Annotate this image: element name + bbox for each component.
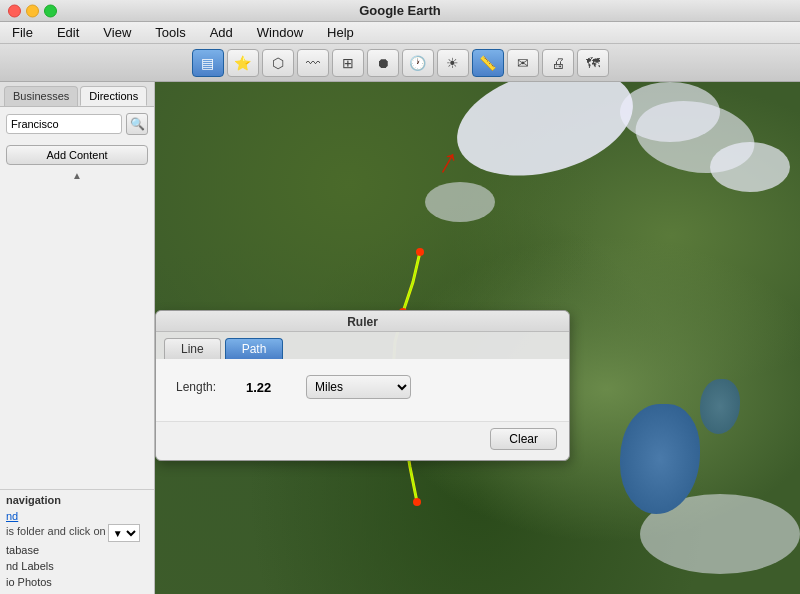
add-path-button[interactable]: 〰 <box>297 49 329 77</box>
nav-instruction: is folder and click on <box>6 525 106 537</box>
sidebar-toggle-button[interactable]: ▤ <box>192 49 224 77</box>
nav-select-row: is folder and click on ▼ <box>6 524 148 542</box>
email-button[interactable]: ✉ <box>507 49 539 77</box>
ruler-length-label: Length: <box>176 380 236 394</box>
sidebar-tabs: Businesses Directions <box>0 82 154 107</box>
minimize-button[interactable] <box>26 4 39 17</box>
tab-directions[interactable]: Directions <box>80 86 147 106</box>
search-input[interactable] <box>6 114 122 134</box>
maximize-button[interactable] <box>44 4 57 17</box>
maps-button[interactable]: 🗺 <box>577 49 609 77</box>
snow-patch-5 <box>620 82 720 142</box>
nav-title: navigation <box>6 494 148 506</box>
ruler-length-value: 1.22 <box>246 380 296 395</box>
ruler-units-select[interactable]: Miles Kilometers Meters Feet Yards Nauti… <box>306 375 411 399</box>
add-placemark-button[interactable]: ⭐ <box>227 49 259 77</box>
toolbar: ▤ ⭐ ⬡ 〰 ⊞ ⏺ 🕐 ☀ 📏 ✉ 🖨 🗺 <box>0 44 800 82</box>
sidebar-db-label: tabase <box>6 542 148 558</box>
map-area[interactable]: ↑ Ruler Line Path Length: 1.22 Miles Kil… <box>155 82 800 594</box>
menu-window[interactable]: Window <box>253 24 307 41</box>
ruler-body: Length: 1.22 Miles Kilometers Meters Fee… <box>156 359 569 421</box>
search-area: 🔍 <box>0 107 154 141</box>
ruler-tabs: Line Path <box>156 332 569 359</box>
print-button[interactable]: 🖨 <box>542 49 574 77</box>
ruler-dialog-title: Ruler <box>156 311 569 332</box>
sidebar-labels-label: nd Labels <box>6 558 148 574</box>
nav-section: navigation nd is folder and click on ▼ t… <box>0 489 154 594</box>
clear-button[interactable]: Clear <box>490 428 557 450</box>
nav-dropdown[interactable]: ▼ <box>108 524 140 542</box>
menu-add[interactable]: Add <box>206 24 237 41</box>
menu-file[interactable]: File <box>8 24 37 41</box>
tab-businesses[interactable]: Businesses <box>4 86 78 106</box>
title-bar: Google Earth <box>0 0 800 22</box>
ruler-footer: Clear <box>156 421 569 460</box>
main-content: Businesses Directions 🔍 Add Content ▲ na… <box>0 82 800 594</box>
window-title: Google Earth <box>359 3 441 18</box>
close-button[interactable] <box>8 4 21 17</box>
menu-help[interactable]: Help <box>323 24 358 41</box>
sidebar: Businesses Directions 🔍 Add Content ▲ na… <box>0 82 155 594</box>
snow-patch-3 <box>710 142 790 192</box>
traffic-lights <box>8 4 57 17</box>
sidebar-expand-arrow: ▲ <box>0 170 154 181</box>
snow-patch-6 <box>425 182 495 222</box>
search-button[interactable]: 🔍 <box>126 113 148 135</box>
menu-edit[interactable]: Edit <box>53 24 83 41</box>
ruler-button[interactable]: 📏 <box>472 49 504 77</box>
add-overlay-button[interactable]: ⊞ <box>332 49 364 77</box>
ruler-length-row: Length: 1.22 Miles Kilometers Meters Fee… <box>176 375 549 399</box>
ruler-tab-path[interactable]: Path <box>225 338 284 359</box>
add-content-button[interactable]: Add Content <box>6 145 148 165</box>
sunlight-button[interactable]: ☀ <box>437 49 469 77</box>
ruler-tab-line[interactable]: Line <box>164 338 221 359</box>
sidebar-items <box>0 182 154 489</box>
nav-link[interactable]: nd <box>6 510 148 522</box>
menu-view[interactable]: View <box>99 24 135 41</box>
add-polygon-button[interactable]: ⬡ <box>262 49 294 77</box>
menu-tools[interactable]: Tools <box>151 24 189 41</box>
sidebar-photos-label: io Photos <box>6 574 148 590</box>
record-tour-button[interactable]: ⏺ <box>367 49 399 77</box>
menu-bar: File Edit View Tools Add Window Help <box>0 22 800 44</box>
historical-imagery-button[interactable]: 🕐 <box>402 49 434 77</box>
ruler-dialog: Ruler Line Path Length: 1.22 Miles Kilom… <box>155 310 570 461</box>
